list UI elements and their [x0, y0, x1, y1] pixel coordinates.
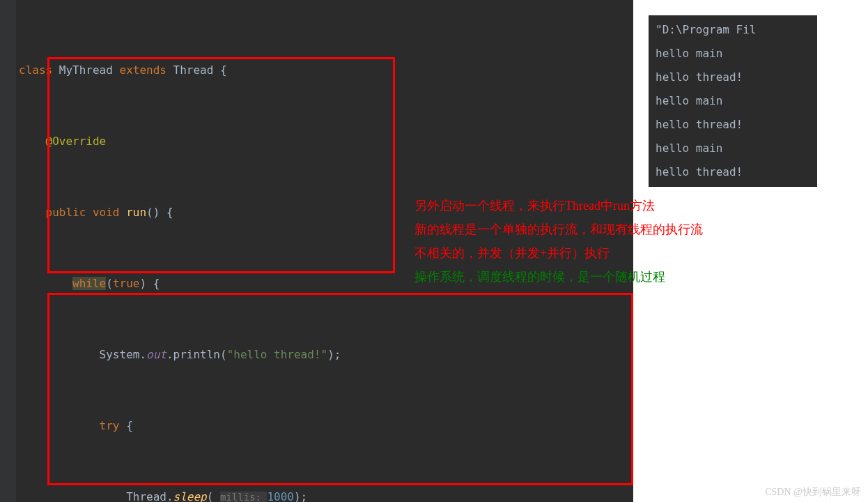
code-line[interactable]: System.out.println("hello thread!"); [16, 343, 633, 367]
output-line: hello main [656, 89, 810, 113]
annotation-red-1: 另外启动一个线程，来执行Thread中run方法 [414, 194, 703, 218]
annotation-red-2: 新的线程是一个单独的执行流，和现有线程的执行流 [414, 218, 703, 241]
output-line: hello thread! [656, 66, 810, 89]
code-line[interactable]: @Override [16, 130, 633, 153]
output-line: "D:\Program Fil [656, 18, 810, 42]
code-line[interactable]: Thread.sleep( millis: 1000); [16, 485, 633, 502]
output-line: hello main [656, 42, 810, 66]
editor-gutter [0, 0, 16, 502]
code-line[interactable]: try { [16, 414, 633, 438]
annotation-red-3: 不相关的，并发（并发+并行）执行 [414, 241, 703, 265]
output-line: hello thread! [656, 113, 810, 137]
console-output[interactable]: "D:\Program Fil hello main hello thread!… [649, 15, 817, 187]
output-line: hello thread! [656, 160, 810, 184]
output-line: hello main [656, 137, 810, 160]
watermark: CSDN @快到锅里来呀 [765, 486, 861, 499]
annotation-text: 另外启动一个线程，来执行Thread中run方法 新的线程是一个单独的执行流，和… [414, 194, 703, 289]
code-line[interactable]: class MyThread extends Thread { [16, 59, 633, 82]
annotation-green-1: 操作系统，调度线程的时候，是一个随机过程 [414, 265, 703, 289]
